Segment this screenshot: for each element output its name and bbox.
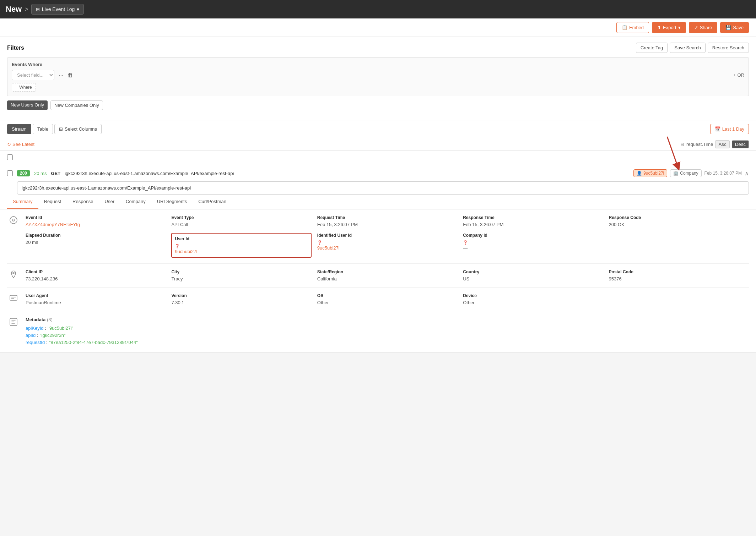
select-columns-button[interactable]: ⊞ Select Columns <box>54 124 102 134</box>
field-request-time: Request Time Feb 15, 3:26:07 PM <box>317 215 457 227</box>
user-badge[interactable]: 👤 9uc5ubi27l <box>633 169 667 177</box>
field-city: City Tracy <box>171 269 311 281</box>
status-code-badge: 200 <box>17 170 30 176</box>
device-value: Other <box>463 300 475 305</box>
detail-section-event: ⚙ Event Id AYZXZ4dmepY7NEfeFYfg Event Ty… <box>7 209 749 264</box>
toolbar: 📋 Embed ⬆ Export ▾ ⤢ Share 💾 Save <box>0 18 756 37</box>
field-client-ip: Client IP 73.220.148.236 <box>26 269 166 281</box>
response-time-value: Feb 15, 3:26:07 PM <box>463 222 503 227</box>
field-identified-user-id: Identified User Id ❓ 9uc5ubi27l <box>317 233 457 258</box>
sort-desc-button[interactable]: Desc <box>732 140 749 148</box>
field-event-type: Event Type API Call <box>171 215 311 227</box>
elapsed-duration-value: 20 ms <box>26 240 38 245</box>
postal-code-value: 95376 <box>609 276 622 281</box>
os-value: Other <box>317 300 329 305</box>
metadata-row-api-id: apiId : "igkc292r3h" <box>26 332 749 338</box>
event-url[interactable]: igkc292r3h.execute-api.us-east-1.amazona… <box>65 171 629 176</box>
tag-new-users[interactable]: New Users Only <box>7 100 48 110</box>
field-user-agent: User Agent PostmanRuntime <box>26 293 166 305</box>
save-search-button[interactable]: Save Search <box>670 43 705 53</box>
company-badge[interactable]: 🏢 Company <box>670 169 701 177</box>
sort-field-label: request.Time <box>686 142 713 147</box>
company-id-value: — <box>463 245 468 251</box>
tab-request[interactable]: Request <box>38 195 67 209</box>
sort-controls: ⊟ request.Time Asc Desc <box>680 140 749 148</box>
tag-new-companies[interactable]: New Companies Only <box>50 100 103 110</box>
response-code-value: 200 OK <box>609 222 625 227</box>
tab-summary[interactable]: Summary <box>7 195 38 209</box>
filter-field-select[interactable]: Select field... <box>12 70 54 80</box>
view-left: Stream Table ⊞ Select Columns <box>7 124 102 134</box>
filter-box: Events Where Select field... ··· 🗑 + OR … <box>7 57 749 96</box>
event-type-value: API Call <box>171 222 188 227</box>
client-ip-value: 73.220.148.236 <box>26 276 58 281</box>
event-section-icon: ⚙ <box>7 216 20 226</box>
field-country: Country US <box>463 269 603 281</box>
filters-section: Filters Create Tag Save Search Restore S… <box>0 37 756 120</box>
event-duration: 20 ms <box>34 171 47 176</box>
expand-icon[interactable]: ∧ <box>745 170 749 177</box>
field-version: Version 7.30.1 <box>171 293 311 305</box>
filter-tags: New Users Only New Companies Only <box>7 100 749 110</box>
url-detail-text: igkc292r3h.execute-api.us-east-1.amazona… <box>22 185 191 191</box>
filter-or-label[interactable]: + OR <box>733 72 744 78</box>
add-where-button[interactable]: + Where <box>12 83 36 92</box>
detail-section-useragent: User Agent PostmanRuntime Version 7.30.1… <box>7 288 749 311</box>
select-all-checkbox[interactable] <box>7 154 13 160</box>
create-tag-button[interactable]: Create Tag <box>636 43 668 53</box>
see-latest-link[interactable]: ↻ See Latest <box>7 142 34 147</box>
useragent-section-icon <box>7 294 20 304</box>
sort-asc-button[interactable]: Asc <box>715 140 729 148</box>
metadata-api-key-id-val: "9uc5ubi27l" <box>48 326 73 331</box>
version-value: 7.30.1 <box>171 300 184 305</box>
url-detail-box: igkc292r3h.execute-api.us-east-1.amazona… <box>17 181 749 195</box>
field-user-id: User Id ❓ 9uc5ubi27l <box>171 233 311 258</box>
field-event-id: Event Id AYZXZ4dmepY7NEfeFYfg <box>26 215 166 227</box>
tab-user[interactable]: User <box>99 195 120 209</box>
company-icon: 🏢 <box>673 171 679 176</box>
save-button[interactable]: 💾 Save <box>720 22 749 33</box>
live-event-log-dropdown[interactable]: ⊞ Live Event Log ▾ <box>31 4 84 15</box>
share-icon: ⤢ <box>694 25 698 30</box>
event-meta: 👤 9uc5ubi27l 🏢 Company Feb 15, 3:26:07 P… <box>633 169 749 177</box>
event-detail-grid: Event Id AYZXZ4dmepY7NEfeFYfg Event Type… <box>26 215 749 258</box>
stream-view-button[interactable]: Stream <box>7 124 31 134</box>
detail-section-location: Client IP 73.220.148.236 City Tracy Stat… <box>7 264 749 288</box>
useragent-detail-grid: User Agent PostmanRuntime Version 7.30.1… <box>26 293 749 305</box>
export-chevron-icon: ▾ <box>678 25 681 30</box>
share-button[interactable]: ⤢ Share <box>689 22 718 33</box>
metadata-request-id-key: requestId <box>26 340 45 345</box>
state-region-value: California <box>317 276 337 281</box>
export-button[interactable]: ⬆ Export ▾ <box>652 22 686 33</box>
tab-uri-segments[interactable]: URI Segments <box>151 195 193 209</box>
event-timestamp: Feb 15, 3:26:07 PM <box>704 171 742 176</box>
identified-user-id-value[interactable]: 9uc5ubi27l <box>317 245 340 251</box>
user-id-question-icon: ❓ <box>175 244 180 248</box>
refresh-icon: ↻ <box>7 142 11 147</box>
tab-curl-postman[interactable]: Curl/Postman <box>193 195 232 209</box>
field-response-time: Response Time Feb 15, 3:26:07 PM <box>463 215 603 227</box>
event-checkbox[interactable] <box>7 170 13 176</box>
identified-user-id-question-icon: ❓ <box>317 240 322 245</box>
last-day-button[interactable]: 📅 Last 1 Day <box>710 124 749 134</box>
calendar-icon: 📅 <box>715 126 720 132</box>
event-container: 200 20 ms GET igkc292r3h.execute-api.us-… <box>0 165 756 352</box>
event-row: 200 20 ms GET igkc292r3h.execute-api.us-… <box>0 165 756 181</box>
filter-row: Select field... ··· 🗑 + OR <box>12 70 744 80</box>
metadata-row-api-key-id: apiKeyId : "9uc5ubi27l" <box>26 325 749 331</box>
request-time-value: Feb 15, 3:26:07 PM <box>317 222 358 227</box>
metadata-api-key-id-key: apiKeyId <box>26 326 44 331</box>
filter-dots-icon[interactable]: ··· <box>57 71 65 80</box>
user-id-value[interactable]: 9uc5ubi27l <box>175 249 197 254</box>
tab-response[interactable]: Response <box>67 195 99 209</box>
breadcrumb-chevron: > <box>25 6 28 13</box>
metadata-section: Metadata (3) apiKeyId : "9uc5ubi27l" api… <box>7 311 749 352</box>
tab-company[interactable]: Company <box>120 195 151 209</box>
table-view-button[interactable]: Table <box>33 124 53 134</box>
embed-button[interactable]: 📋 Embed <box>616 22 649 33</box>
breadcrumb-new: New <box>6 5 22 14</box>
filters-actions: Create Tag Save Search Restore Search <box>636 43 749 53</box>
event-id-value[interactable]: AYZXZ4dmepY7NEfeFYfg <box>26 222 80 227</box>
restore-search-button[interactable]: Restore Search <box>708 43 749 53</box>
filter-delete-icon[interactable]: 🗑 <box>68 72 73 78</box>
